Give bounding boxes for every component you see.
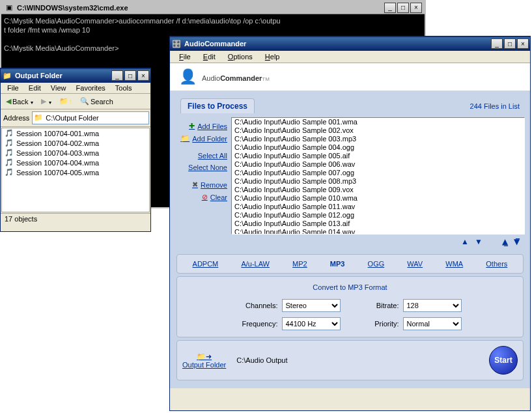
explorer-toolbar: ◀ Back ▶ 📁↑ 🔍 Search [1, 94, 150, 109]
clear-link[interactable]: ⊘Clear [175, 191, 229, 203]
file-item[interactable]: C:\Audio Input\Audio Sample 009.vox [232, 186, 524, 194]
address-input[interactable] [32, 111, 149, 124]
file-item[interactable]: C:\Audio Input\Audio Sample 006.wav [232, 160, 524, 169]
file-item[interactable]: C:\Audio Input\Audio Sample 002.vox [232, 126, 524, 135]
file-item[interactable]: C:\Audio Input\Audio Sample 013.aif [232, 220, 524, 228]
start-button[interactable]: Start [489, 346, 518, 375]
file-actions-sidebar: ✚Add Files 📁Add Folder Select All Select… [175, 117, 229, 206]
menu-favorites[interactable]: Favorites [72, 83, 109, 93]
menu-edit[interactable]: Edit [198, 51, 221, 62]
menu-edit[interactable]: Edit [25, 83, 45, 93]
close-button[interactable]: × [410, 3, 422, 13]
output-path: C:\Audio Output [236, 356, 489, 364]
frequency-label: Frequency: [239, 320, 278, 328]
channels-select[interactable]: Stereo [282, 299, 341, 312]
ac-menu: File Edit Options Help [170, 51, 530, 63]
move-top-icon[interactable]: ▲̲ [502, 237, 508, 246]
convert-title: Convert to MP3 Format [184, 283, 516, 291]
file-listbox[interactable]: C:\Audio Input\Audio Sample 001.wma C:\A… [231, 117, 525, 235]
move-down-icon[interactable]: ▼ [475, 237, 483, 246]
list-item[interactable]: 🎵Session 100704-003.wma [2, 148, 149, 158]
file-item[interactable]: C:\Audio Input\Audio Sample 001.wma [232, 118, 524, 126]
back-button[interactable]: ◀ Back [3, 96, 36, 107]
tab-mp2[interactable]: MP2 [290, 259, 310, 269]
file-item[interactable]: C:\Audio Input\Audio Sample 004.ogg [232, 143, 524, 152]
list-item[interactable]: 🎵Session 100704-005.wma [2, 167, 149, 177]
file-item[interactable]: C:\Audio Input\Audio Sample 014.wav [232, 228, 524, 234]
file-item[interactable]: C:\Audio Input\Audio Sample 010.wma [232, 194, 524, 203]
menu-options[interactable]: Options [223, 51, 258, 62]
file-item[interactable]: C:\Audio Input\Audio Sample 011.wav [232, 203, 524, 211]
minimize-button[interactable]: _ [491, 38, 503, 49]
ac-title: AudioCommander [184, 40, 491, 48]
maximize-button[interactable]: □ [504, 38, 516, 49]
move-up-icon[interactable]: ▲ [461, 237, 469, 246]
file-item[interactable]: C:\Audio Input\Audio Sample 007.ogg [232, 169, 524, 177]
audio-icon: 🎵 [5, 129, 14, 137]
plus-icon: ✚ [189, 122, 195, 130]
file-list[interactable]: 🎵Session 100704-001.wma 🎵Session 100704-… [1, 128, 150, 212]
file-item[interactable]: C:\Audio Input\Audio Sample 003.mp3 [232, 135, 524, 143]
cmd-titlebar: ▣ C:\WINDOWS\system32\cmd.exe _ □ × [1, 1, 425, 14]
output-folder-link[interactable]: 📁➜ Output Folder [182, 352, 226, 369]
maximize-button[interactable]: □ [397, 3, 409, 13]
explorer-titlebar: 📁 Output Folder _ □ × [1, 68, 150, 83]
add-files-link[interactable]: ✚Add Files [175, 120, 229, 132]
folder-arrow-icon: 📁➜ [197, 352, 212, 361]
x-icon: ✖ [192, 180, 198, 189]
search-button[interactable]: 🔍 Search [77, 96, 116, 107]
menu-view[interactable]: View [47, 83, 70, 93]
cmd-icon: ▣ [4, 3, 14, 13]
explorer-menu: File Edit View Favorites Tools [1, 83, 150, 94]
audiocommander-window: 🎛️ AudioCommander _ □ × File Edit Option… [169, 36, 531, 411]
status-bar: 17 objects [1, 213, 150, 224]
up-button[interactable]: 📁↑ [57, 96, 75, 107]
priority-label: Priority: [360, 320, 399, 328]
menu-file[interactable]: File [3, 83, 23, 93]
app-icon: 🎛️ [171, 38, 182, 49]
frequency-select[interactable]: 44100 Hz [282, 317, 341, 330]
maximize-button[interactable]: □ [124, 70, 136, 81]
add-folder-link[interactable]: 📁Add Folder [175, 132, 229, 145]
menu-tools[interactable]: Tools [111, 83, 136, 93]
move-bottom-icon[interactable]: ▼̅ [514, 237, 520, 246]
ac-body: Files to Process 244 Files in List ✚Add … [170, 91, 530, 388]
explorer-title: Output Folder [15, 72, 111, 79]
file-item[interactable]: C:\Audio Input\Audio Sample 012.ogg [232, 211, 524, 220]
remove-link[interactable]: ✖Remove [175, 178, 229, 191]
file-item[interactable]: C:\Audio Input\Audio Sample 008.mp3 [232, 177, 524, 186]
file-item[interactable]: C:\Audio Input\Audio Sample 005.aif [232, 152, 524, 160]
list-item[interactable]: 🎵Session 100704-002.wma [2, 138, 149, 148]
audio-icon: 🎵 [5, 139, 14, 147]
close-button[interactable]: × [137, 70, 149, 81]
format-tabs: ADPCM A/u-LAW MP2 MP3 OGG WAV WMA Others [176, 254, 524, 274]
list-item[interactable]: 🎵Session 100704-001.wma [2, 128, 149, 138]
forward-button[interactable]: ▶ [38, 96, 54, 107]
tab-aulaw[interactable]: A/u-LAW [238, 259, 272, 269]
tab-mp3[interactable]: MP3 [328, 259, 348, 269]
logo-text: AudioCommanderTM [202, 70, 270, 84]
output-panel: 📁➜ Output Folder C:\Audio Output Start [176, 340, 524, 380]
list-item[interactable]: 🎵Session 100704-004.wma [2, 158, 149, 167]
channels-label: Channels: [239, 302, 278, 309]
tab-ogg[interactable]: OGG [365, 259, 387, 269]
minimize-button[interactable]: _ [384, 3, 396, 13]
select-all-link[interactable]: Select All [175, 150, 229, 162]
menu-file[interactable]: File [174, 51, 196, 62]
folder-icon: 📁 [180, 134, 189, 143]
tab-adpcm[interactable]: ADPCM [190, 259, 221, 269]
explorer-window: 📁 Output Folder _ □ × File Edit View Fav… [0, 68, 151, 232]
menu-help[interactable]: Help [260, 51, 285, 62]
logo-icon: 👤 [179, 68, 197, 85]
priority-select[interactable]: Normal [403, 317, 462, 330]
minimize-button[interactable]: _ [111, 70, 123, 81]
tab-wav[interactable]: WAV [404, 259, 425, 269]
select-none-link[interactable]: Select None [175, 162, 229, 173]
tab-wma[interactable]: WMA [443, 259, 466, 269]
files-section-title: Files to Process [180, 98, 255, 113]
close-button[interactable]: × [517, 38, 529, 49]
bitrate-select[interactable]: 128 [403, 299, 462, 312]
sort-arrows: ▲ ▼ ▲̲ ▼̅ [175, 235, 525, 251]
tab-others[interactable]: Others [483, 259, 510, 269]
audio-icon: 🎵 [5, 168, 14, 177]
